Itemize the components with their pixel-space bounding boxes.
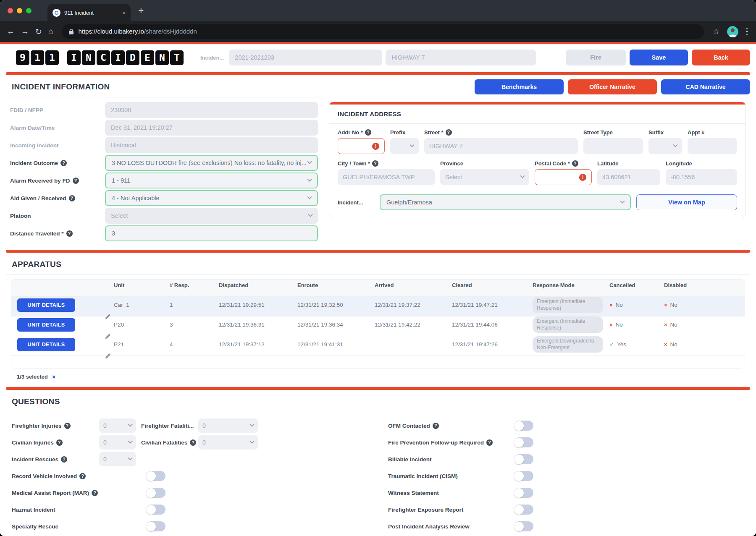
error-icon: ! [372, 143, 379, 150]
browser-tab[interactable]: G 911 Incident × [47, 4, 131, 21]
profile-avatar[interactable] [727, 26, 738, 37]
appt-input[interactable] [688, 138, 737, 154]
selected-count-text: 1/3 selected [17, 374, 48, 380]
unit-details-button[interactable]: UNIT DETAILS [17, 298, 75, 312]
fire-prevention-toggle[interactable] [514, 437, 533, 447]
incoming-incident-field: Historical [105, 137, 318, 153]
cell-unit: P20 [114, 322, 170, 328]
firefighter-injuries-select[interactable]: 0 [99, 418, 136, 433]
unit-details-button[interactable]: UNIT DETAILS [17, 338, 75, 351]
cell-resp: 4 [170, 341, 219, 348]
clear-selection-icon[interactable]: × [52, 373, 56, 380]
fire-button[interactable]: Fire [566, 50, 626, 65]
back-icon[interactable]: ← [7, 27, 15, 36]
province-select[interactable]: Select [440, 169, 529, 185]
post-incident-analysis-toggle[interactable] [514, 521, 533, 531]
incident-outcome-select[interactable]: 3 NO LOSS OUTDOOR fire (see exclusions) … [105, 155, 318, 171]
postal-code-input[interactable]: ! [535, 169, 592, 185]
column-disabled: Disabled [664, 282, 739, 288]
distance-travelled-input[interactable]: 3 [105, 225, 318, 241]
cell-dispatched: 12/31/21 19:29:51 [219, 302, 297, 308]
help-icon: ? [66, 230, 73, 237]
cell-disabled: ×No [664, 322, 739, 328]
aid-given-select[interactable]: 4 - Not Applicable [105, 190, 318, 206]
edit-icon[interactable] [105, 353, 114, 359]
save-button[interactable]: Save [630, 50, 688, 65]
firefighter-fatalities-label: Firefighter Fataliti... [141, 423, 198, 429]
ofm-contacted-label: OFM Contacted? [388, 423, 514, 429]
medical-assist-report-toggle[interactable] [146, 488, 165, 498]
hazmat-incident-toggle[interactable] [146, 505, 165, 515]
logo-tile: 9 [16, 50, 29, 65]
addr-no-input[interactable]: ! [338, 138, 385, 154]
chevron-down-icon [249, 422, 254, 427]
home-icon[interactable]: ⌂ [48, 27, 53, 36]
chevron-down-icon [307, 195, 312, 199]
platoon-select[interactable]: Select [105, 208, 318, 224]
new-tab-icon[interactable]: + [138, 5, 144, 16]
bookmark-star-icon[interactable]: ☆ [713, 27, 719, 36]
firefighter-exposure-toggle[interactable] [514, 505, 533, 515]
back-button[interactable]: Back [692, 50, 750, 65]
firefighter-fatalities-select[interactable]: 0 [198, 418, 258, 433]
chevron-down-icon [128, 439, 132, 444]
incident-information-fields: FDID / NFPP 230900 Alarm Date/Time Dec 3… [10, 102, 318, 243]
cell-disabled: ×No [664, 341, 739, 348]
help-icon: ? [190, 439, 196, 446]
browser-toolbar: ← → ↻ ⌂ https://cloud.uibakery.io/share/… [0, 21, 756, 42]
incident-outcome-label: Incident Outcome? [10, 160, 105, 166]
ofm-contacted-toggle[interactable] [514, 421, 533, 431]
questions-left-column: Firefighter Injuries? 0 Firefighter Fata… [12, 417, 381, 535]
incident-location-select[interactable]: Guelph/Eramosa [380, 194, 631, 210]
prefix-select[interactable] [390, 138, 419, 154]
table-row[interactable]: UNIT DETAILS P20 3 12/31/21 19:36:31 12/… [11, 316, 745, 336]
app-logo: 9 1 1 I N C I D E N T [16, 50, 184, 65]
street-type-label: Street Type [583, 129, 643, 136]
toggle-knob [146, 505, 156, 515]
witness-statement-toggle[interactable] [514, 488, 533, 498]
forward-icon[interactable]: → [21, 27, 29, 36]
logo-tile: I [111, 50, 125, 65]
billable-incident-toggle[interactable] [514, 454, 533, 464]
incident-information-body: FDID / NFPP 230900 Alarm Date/Time Dec 3… [6, 97, 750, 248]
firefighter-exposure-label: Firefighter Exposure Report [388, 507, 514, 513]
street-type-input[interactable] [583, 138, 643, 154]
benchmarks-button[interactable]: Benchmarks [475, 79, 564, 94]
chevron-down-icon [673, 143, 677, 147]
unit-details-button[interactable]: UNIT DETAILS [17, 318, 75, 332]
traumatic-incident-toggle[interactable] [514, 471, 533, 481]
civilian-injuries-select[interactable]: 0 [99, 435, 136, 450]
address-bar[interactable]: https://cloud.uibakery.io/share/dsHjdddd… [62, 24, 704, 39]
incident-rescues-select[interactable]: 0 [99, 452, 136, 466]
help-icon: ? [73, 178, 79, 184]
alarm-received-select[interactable]: 1 - 911 [105, 173, 318, 188]
view-on-map-button[interactable]: View on Map [636, 194, 737, 210]
logo-tile: C [97, 50, 110, 65]
chevron-down-icon [620, 199, 625, 204]
specialty-rescue-toggle[interactable] [146, 521, 165, 531]
civilian-fatalities-select[interactable]: 0 [198, 435, 258, 450]
chevron-down-icon [249, 439, 254, 444]
window-minimize-button[interactable] [17, 8, 22, 13]
table-row[interactable]: UNIT DETAILS Car_1 1 12/31/21 19:29:51 1… [11, 296, 745, 316]
toggle-knob [146, 471, 156, 481]
tab-close-icon[interactable]: × [122, 9, 126, 16]
platoon-label: Platoon [10, 213, 105, 219]
window-close-button[interactable] [8, 8, 13, 13]
billable-incident-label: Billable Incident [388, 456, 514, 463]
table-row[interactable]: UNIT DETAILS P21 4 12/31/21 19:37:12 12/… [11, 336, 745, 356]
column-cleared: Cleared [452, 282, 533, 288]
street-label: Street *? [424, 129, 578, 136]
browser-menu-icon[interactable] [745, 28, 750, 35]
window-maximize-button[interactable] [26, 8, 32, 13]
longitude-label: Longitude [666, 160, 737, 167]
app-page: 9 1 1 I N C I D E N T Inciden... 2021-20… [0, 42, 756, 536]
suffix-select[interactable] [648, 138, 682, 154]
logo-tile: T [170, 50, 184, 65]
reload-icon[interactable]: ↻ [35, 27, 42, 37]
officer-narrative-button[interactable]: Officer Narrative [568, 79, 657, 94]
app-header: 9 1 1 I N C I D E N T Inciden... 2021-20… [6, 44, 750, 71]
cad-narrative-button[interactable]: CAD Narrative [661, 79, 750, 94]
incoming-incident-label: Incoming Incident [10, 142, 105, 149]
record-vehicle-toggle[interactable] [146, 471, 165, 481]
